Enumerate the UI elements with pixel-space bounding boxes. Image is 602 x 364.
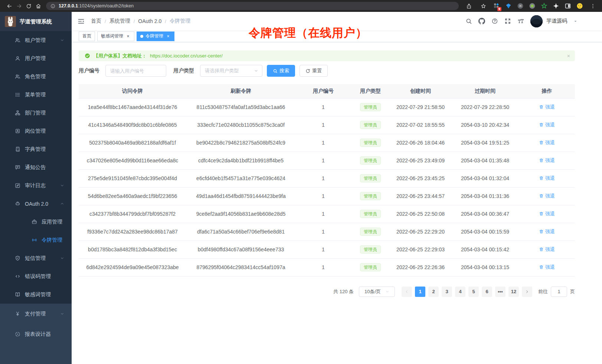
user-avatar[interactable]: [530, 15, 543, 27]
user-type-select[interactable]: 请选择用户类型: [200, 65, 262, 77]
sidebar-item-user[interactable]: 用户管理: [0, 49, 72, 67]
force-logout-button[interactable]: 强退: [539, 246, 555, 253]
sidebar-item-post[interactable]: 岗位管理: [0, 122, 72, 140]
sidebar-item-sms[interactable]: 短信管理: [0, 249, 72, 267]
prev-page-button[interactable]: [402, 287, 412, 297]
share-icon[interactable]: [464, 1, 474, 11]
sidebar-item-error-code[interactable]: 错误码管理: [0, 267, 72, 285]
user-icon: [15, 56, 21, 61]
tab-1[interactable]: 敏感词管理×: [97, 32, 134, 41]
sidebar-item-menu[interactable]: 菜单管理: [0, 86, 72, 104]
user-type-badge: 管理员: [360, 192, 381, 200]
page-button-5[interactable]: 5: [468, 287, 479, 297]
jump-prefix-label: 前往: [538, 288, 548, 295]
caret-down-icon[interactable]: [573, 19, 578, 23]
search-icon[interactable]: [465, 18, 472, 24]
column-header: 创建时间: [390, 84, 451, 98]
sidebar-menu: 租户管理用户管理角色管理菜单管理部门管理岗位管理字典管理通知公告审计日志OAut…: [0, 31, 72, 364]
help-icon[interactable]: [491, 18, 498, 24]
cell-user-id: 1: [295, 187, 351, 205]
force-logout-button[interactable]: 强退: [539, 193, 555, 199]
pinwheel-extension-icon[interactable]: [552, 3, 559, 10]
browser-back-icon[interactable]: [4, 1, 14, 11]
extension-badge: 9: [497, 7, 501, 11]
user-id-input[interactable]: [105, 65, 166, 77]
page-button-12[interactable]: 12: [508, 287, 519, 297]
jump-page-input[interactable]: [551, 287, 567, 297]
force-logout-button[interactable]: 强退: [539, 175, 555, 182]
alert-close-icon[interactable]: ×: [567, 53, 570, 59]
browser-forward-icon[interactable]: [14, 1, 24, 11]
chevron-down-icon: [60, 256, 64, 260]
app-logo[interactable]: 芋道管理系统: [0, 12, 72, 31]
roles-icon: [15, 74, 21, 79]
cell-access-token: 54d6be82ee5a460a9aedc1f9bf223656: [79, 187, 186, 205]
sidebar-item-audit-log[interactable]: 审计日志: [0, 176, 72, 195]
column-header: 刷新令牌: [186, 84, 295, 98]
fullscreen-icon[interactable]: [504, 18, 511, 24]
sidebar-item-tenant[interactable]: 租户管理: [0, 31, 72, 49]
breadcrumb-item[interactable]: OAuth 2.0: [138, 18, 161, 24]
page-button-4[interactable]: 4: [455, 287, 465, 297]
cell-create-time: 2022-06-25 22:29:20: [390, 223, 451, 241]
github-icon[interactable]: [478, 18, 485, 24]
alert-doc-link[interactable]: https://doc.iocoder.cn/user-center/: [150, 53, 223, 59]
search-button[interactable]: 搜索: [267, 65, 295, 77]
browser-reload-icon[interactable]: [24, 1, 33, 11]
cell-create-time: 2022-07-02 18:55:55: [390, 116, 451, 134]
trash-icon: [539, 193, 544, 198]
sidebar-item-role[interactable]: 角色管理: [0, 67, 72, 86]
sidebar-item-oauth2-token[interactable]: 令牌管理: [0, 231, 72, 249]
page-button-2[interactable]: 2: [428, 287, 439, 297]
sidebar-item-pay[interactable]: 支付管理: [0, 304, 72, 324]
sidebar-item-oauth2[interactable]: OAuth 2.0: [0, 195, 72, 213]
emoji-extension-icon[interactable]: [576, 3, 583, 10]
page-size-select[interactable]: 10条/页: [359, 287, 395, 297]
record-extension-icon[interactable]: [529, 3, 536, 10]
column-header: 访问令牌: [79, 84, 186, 98]
site-info-icon[interactable]: [50, 4, 55, 9]
sidebar-item-report-designer[interactable]: 报表设计器: [0, 324, 72, 344]
user-name[interactable]: 芋道源码: [546, 18, 567, 24]
user-id-label: 用户编号: [79, 67, 99, 74]
force-logout-button[interactable]: 强退: [539, 139, 555, 146]
breadcrumb-item[interactable]: 系统管理: [109, 18, 130, 24]
force-logout-button[interactable]: 强退: [539, 122, 555, 128]
sidebar-item-notice[interactable]: 通知公告: [0, 158, 72, 176]
sidebar-item-oauth2-app[interactable]: 应用管理: [0, 213, 72, 231]
bookmark-star-icon[interactable]: [478, 1, 488, 11]
force-logout-button[interactable]: 强退: [539, 264, 555, 271]
alert-text: 【用户体系】文档地址：: [94, 53, 147, 59]
annotation-overlay: 令牌管理（在线用户）: [249, 25, 367, 41]
tab-active-2[interactable]: 令牌管理×: [137, 32, 174, 41]
page-button-3[interactable]: 3: [442, 287, 452, 297]
side-panel-icon[interactable]: [564, 3, 571, 10]
close-icon[interactable]: ×: [125, 34, 131, 39]
sidebar-item-sensitive-word[interactable]: 敏感词管理: [0, 285, 72, 304]
page-button-6[interactable]: 6: [482, 287, 492, 297]
command-extension-icon[interactable]: ⌘: [517, 3, 524, 10]
cell-create-time: 2022-06-25 23:49:09: [390, 152, 451, 169]
sidebar-item-dict[interactable]: 字典管理: [0, 140, 72, 158]
green-star-extension-icon[interactable]: [540, 3, 547, 10]
breadcrumb-item[interactable]: 首页: [91, 18, 101, 24]
more-pages-button[interactable]: •••: [495, 287, 506, 297]
force-logout-button[interactable]: 强退: [539, 104, 555, 110]
reset-button[interactable]: 重置: [300, 65, 328, 77]
cell-user-id: 1: [295, 134, 351, 152]
browser-home-icon[interactable]: [33, 1, 43, 11]
tab-0[interactable]: 首页: [79, 32, 95, 41]
hamburger-icon[interactable]: [78, 18, 85, 25]
sidebar-item-dept[interactable]: 部门管理: [0, 104, 72, 122]
page-button-1[interactable]: 1: [415, 287, 425, 297]
browser-address-bar[interactable]: 127.0.0.1:1024/system/oauth2/token: [46, 2, 459, 10]
close-icon[interactable]: ×: [166, 34, 171, 39]
gem-extension-icon[interactable]: [505, 3, 512, 10]
extensions-grid-icon[interactable]: 9: [493, 3, 500, 10]
next-page-button[interactable]: [522, 287, 532, 297]
force-logout-button[interactable]: 强退: [539, 211, 555, 217]
force-logout-button[interactable]: 强退: [539, 228, 555, 235]
browser-menu-icon[interactable]: [588, 1, 598, 11]
force-logout-button[interactable]: 强退: [539, 157, 555, 164]
font-size-icon[interactable]: [517, 18, 524, 24]
